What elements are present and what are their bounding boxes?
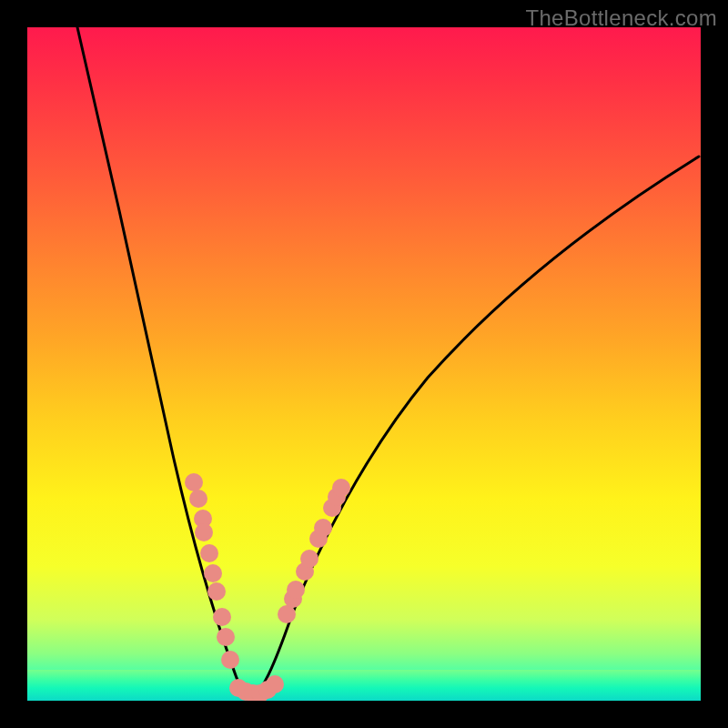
svg-point-8 [217,628,235,646]
svg-point-0 [185,473,203,491]
svg-point-15 [266,675,284,693]
chart-frame: TheBottleneck.com [0,0,728,728]
highlight-dots-left [185,473,239,669]
svg-point-5 [204,564,222,582]
svg-point-3 [195,523,213,541]
svg-point-7 [213,608,231,626]
svg-point-6 [207,582,226,601]
svg-point-22 [314,519,332,537]
svg-point-1 [189,490,207,508]
plot-area [27,27,701,701]
svg-point-25 [332,479,350,497]
highlight-dots-right [278,479,350,623]
left-curve [77,27,251,699]
curves-svg [27,27,701,701]
right-curve [251,157,699,699]
svg-point-20 [300,550,318,568]
svg-point-4 [200,544,218,562]
highlight-dots-bottom [229,675,284,701]
svg-point-18 [287,581,305,599]
svg-point-9 [221,651,239,669]
